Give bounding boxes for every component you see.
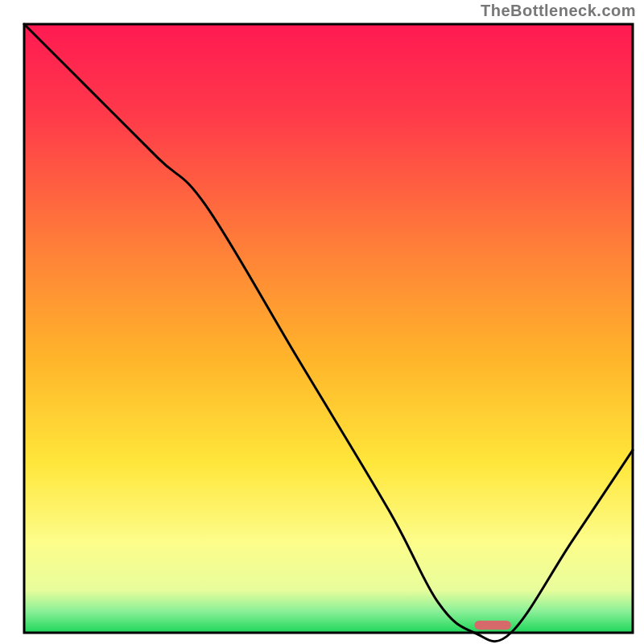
bottleneck-chart bbox=[0, 0, 644, 644]
watermark-text: TheBottleneck.com bbox=[481, 2, 636, 20]
optimal-marker bbox=[474, 621, 510, 630]
chart-stage: TheBottleneck.com bbox=[0, 0, 644, 644]
